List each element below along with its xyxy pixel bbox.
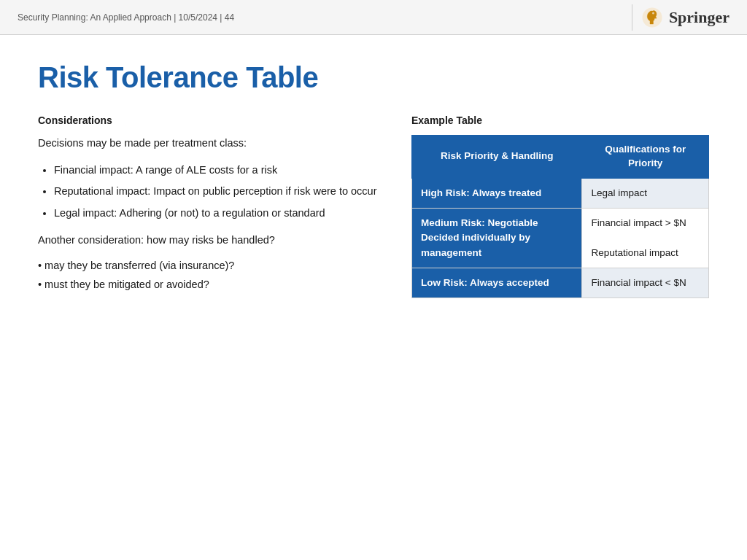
medium-risk-qualifications: Financial impact > $NReputational impact — [582, 209, 709, 268]
springer-logo: Springer — [641, 7, 729, 28]
col-header-qualifications: Qualifications for Priority — [582, 136, 709, 179]
table-row: Medium Risk: Negotiable Decided individu… — [412, 209, 709, 268]
two-column-layout: Considerations Decisions may be made per… — [38, 114, 709, 298]
table-row: Low Risk: Always accepted Financial impa… — [412, 268, 709, 298]
list-item: Reputational impact: Impact on public pe… — [54, 183, 388, 200]
dot-bullet-2: must they be mitigated or avoided? — [38, 275, 388, 294]
page-title: Risk Tolerance Table — [38, 61, 709, 94]
header: Security Planning: An Applied Approach |… — [0, 0, 747, 35]
springer-logo-text: Springer — [669, 8, 729, 27]
low-risk-label: Low Risk: Always accepted — [412, 268, 582, 298]
svg-point-1 — [652, 12, 654, 14]
medium-risk-label: Medium Risk: Negotiable Decided individu… — [412, 209, 582, 268]
table-header-row: Risk Priority & Handling Qualifications … — [412, 136, 709, 179]
list-item: Legal impact: Adhering (or not) to a reg… — [54, 205, 388, 222]
intro-text: Decisions may be made per treatment clas… — [38, 135, 388, 152]
high-risk-label: High Risk: Always treated — [412, 178, 582, 208]
high-risk-qualifications: Legal impact — [582, 178, 709, 208]
list-item: Financial impact: A range of ALE costs f… — [54, 162, 388, 179]
col-header-priority: Risk Priority & Handling — [412, 136, 582, 179]
low-risk-qualifications: Financial impact < $N — [582, 268, 709, 298]
header-divider — [632, 4, 632, 31]
considerations-label: Considerations — [38, 114, 388, 126]
springer-horse-icon — [641, 7, 663, 28]
medium-risk-text-2: Decided individually by management — [421, 232, 530, 257]
left-column: Considerations Decisions may be made per… — [38, 114, 388, 294]
table-row: High Risk: Always treated Legal impact — [412, 178, 709, 208]
main-content: Risk Tolerance Table Considerations Deci… — [0, 35, 747, 316]
medium-risk-text-1: Medium Risk: Negotiable — [421, 217, 538, 228]
dot-bullet-1: may they be transferred (via insurance)? — [38, 256, 388, 275]
right-column: Example Table Risk Priority & Handling Q… — [411, 114, 709, 298]
risk-table: Risk Priority & Handling Qualifications … — [411, 135, 709, 298]
example-table-label: Example Table — [411, 114, 709, 126]
header-title: Security Planning: An Applied Approach |… — [18, 12, 234, 23]
another-consideration-text: Another consideration: how may risks be … — [38, 232, 388, 249]
bullet-list: Financial impact: A range of ALE costs f… — [38, 162, 388, 222]
